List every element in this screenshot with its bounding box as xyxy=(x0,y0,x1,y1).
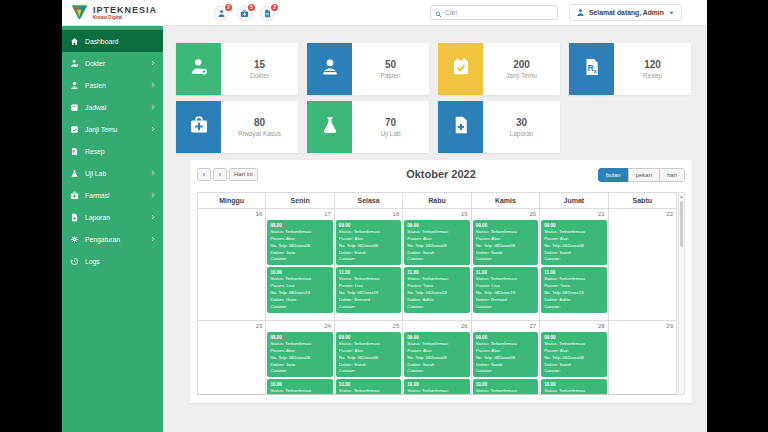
history-icon xyxy=(70,257,79,266)
search-input[interactable] xyxy=(445,9,553,16)
notification-button-user-icon[interactable]: 2 xyxy=(214,6,229,21)
calendar-date-number: 29 xyxy=(610,322,675,332)
calendar-event-line: Catatan: xyxy=(407,368,466,375)
stat-card-icon-box xyxy=(307,101,352,153)
sidebar-item-uji-lab[interactable]: Uji Lab xyxy=(62,162,163,184)
calendar-day-cell[interactable]: 16 xyxy=(198,209,266,321)
stat-card-laporan[interactable]: 30Laporan xyxy=(438,101,560,153)
calendar-date-number: 24 xyxy=(267,322,332,332)
calendar-event[interactable]: 10.00Status: Terkonfirmasi xyxy=(404,379,469,395)
sidebar-item-resep[interactable]: RxResep xyxy=(62,140,163,162)
stat-card-dokter[interactable]: 15Dokter xyxy=(176,43,298,95)
calendar-event-line: Status: Terkonfirmasi xyxy=(476,388,535,395)
calendar-event[interactable]: 09.00Status: TerkonfirmasiPasien: AlanNo… xyxy=(336,220,401,265)
calendar-event[interactable]: 09.00Status: TerkonfirmasiPasien: AlanNo… xyxy=(404,332,469,377)
chevron-right-icon xyxy=(150,170,156,176)
stat-card-icon-box xyxy=(176,43,221,95)
sidebar-item-janji-temu[interactable]: Janji Temu xyxy=(62,118,163,140)
calendar-event[interactable]: 09.00Status: TerkonfirmasiPasien: AlanNo… xyxy=(541,332,606,377)
calendar-event[interactable]: 10.00Status: Terkonfirmasi xyxy=(267,379,332,395)
calendar-event-line: No. Telp: 082xxxx08 xyxy=(270,355,329,362)
brand-logo[interactable]: IPTEKNESIA Kreasi Digital xyxy=(70,3,157,22)
calendar-event[interactable]: 10.00Status: Terkonfirmasi xyxy=(336,379,401,395)
stat-card-uji-lab[interactable]: 70Uji Lab xyxy=(307,101,429,153)
calendar-day-cell[interactable]: 2609.00Status: TerkonfirmasiPasien: Alan… xyxy=(403,321,471,395)
calendar-event[interactable]: 09.00Status: TerkonfirmasiPasien: AlanNo… xyxy=(473,332,538,377)
calendar-event[interactable]: 08.00Status: TerkonfirmasiPasien: AlanNo… xyxy=(267,220,332,265)
calendar-scrollbar[interactable]: ▲ xyxy=(678,192,685,395)
calendar-event-line: Pasien: Alan xyxy=(476,236,535,243)
stat-label: Janji Temu xyxy=(506,72,537,79)
calendar-day-cell[interactable]: 2709.00Status: TerkonfirmasiPasien: Alan… xyxy=(472,321,540,395)
calendar-event-line: No. Telp: 082xxxx08 xyxy=(544,243,603,250)
calendar-event-line: No. Telp: 082xxxx08 xyxy=(544,355,603,362)
sidebar-item-logs[interactable]: Logs xyxy=(62,250,163,272)
notification-badge: 2 xyxy=(271,4,278,11)
calendar-event[interactable]: 11.00Status: TerkonfirmasiPasien: LisaNo… xyxy=(473,267,538,312)
calendar-day-cell[interactable]: 2809.00Status: TerkonfirmasiPasien: Alan… xyxy=(540,321,608,395)
calendar-event-line: No. Telp: 082xxxx08 xyxy=(476,355,535,362)
calendar-event[interactable]: 10.00Status: Terkonfirmasi xyxy=(541,379,606,395)
calendar-view-bulan[interactable]: bulan xyxy=(598,168,629,182)
chevron-right-icon xyxy=(150,214,156,220)
notification-button-file-icon[interactable]: 2 xyxy=(260,6,275,21)
calendar-view-pekan[interactable]: pekan xyxy=(628,168,660,182)
stat-value: 120 xyxy=(644,59,661,70)
doctor-icon xyxy=(189,57,209,77)
chevron-right-icon xyxy=(150,192,156,198)
calendar-event-time: 08.00 xyxy=(270,222,329,229)
sidebar-item-jadwal[interactable]: Jadwal xyxy=(62,96,163,118)
calendar-event-time: 09.00 xyxy=(544,334,603,341)
scrollbar-thumb[interactable] xyxy=(680,201,683,247)
sidebar-item-dashboard[interactable]: Dashboard xyxy=(62,30,163,52)
calendar-event[interactable]: 11.00Status: TerkonfirmasiPasien: LisaNo… xyxy=(336,267,401,312)
calendar-day-cell[interactable]: 2509.00Status: TerkonfirmasiPasien: Alan… xyxy=(335,321,403,395)
calendar-day-cell[interactable]: 1809.00Status: TerkonfirmasiPasien: Alan… xyxy=(335,209,403,321)
calendar-view-hari[interactable]: hari xyxy=(659,168,685,182)
stat-card-resep[interactable]: Rx120Resep xyxy=(569,43,691,95)
sidebar-item-label: Uji Lab xyxy=(85,170,106,177)
calendar-day-cell[interactable]: 1708.00Status: TerkonfirmasiPasien: Alan… xyxy=(266,209,334,321)
calendar-event[interactable]: 08.00Status: TerkonfirmasiPasien: AlanNo… xyxy=(267,332,332,377)
calendar-event[interactable]: 11.00Status: TerkonfirmasiPasien: YanaNo… xyxy=(541,267,606,312)
search-box[interactable] xyxy=(430,5,558,20)
top-header: IPTEKNESIA Kreasi Digital 252 Selamat da… xyxy=(62,0,707,26)
stat-card-pasien[interactable]: 50Pasien xyxy=(307,43,429,95)
calendar-event[interactable]: 10.00Status: Terkonfirmasi xyxy=(473,379,538,395)
calendar-event-line: Status: Terkonfirmasi xyxy=(270,341,329,348)
stat-label: Dokter xyxy=(250,72,269,79)
stat-card-riwayat-kasus[interactable]: 80Riwayat Kasus xyxy=(176,101,298,153)
sidebar-item-label: Laporan xyxy=(85,214,110,221)
calendar-event[interactable]: 10.00Status: TerkonfirmasiPasien: LisaNo… xyxy=(267,267,332,312)
calendar-event-line: Dokter: Sarah xyxy=(407,362,466,369)
user-menu[interactable]: Selamat datang, Admin xyxy=(569,4,682,21)
calendar-day-cell[interactable]: 29 xyxy=(609,321,677,395)
sidebar-item-laporan[interactable]: Laporan xyxy=(62,206,163,228)
stat-value: 15 xyxy=(254,59,265,70)
calendar-event[interactable]: 09.00Status: TerkonfirmasiPasien: AlanNo… xyxy=(404,220,469,265)
calendar-day-cell[interactable]: 1909.00Status: TerkonfirmasiPasien: Alan… xyxy=(403,209,471,321)
calendar-day-cell[interactable]: 23 xyxy=(198,321,266,395)
calendar-event[interactable]: 11.00Status: TerkonfirmasiPasien: YanaNo… xyxy=(404,267,469,312)
sidebar-item-pasien[interactable]: Pasien xyxy=(62,74,163,96)
sidebar-item-dokter[interactable]: Dokter xyxy=(62,52,163,74)
calendar-event[interactable]: 09.00Status: TerkonfirmasiPasien: AlanNo… xyxy=(541,220,606,265)
stat-card-text: 50Pasien xyxy=(352,43,429,95)
calendar-event[interactable]: 09.00Status: TerkonfirmasiPasien: AlanNo… xyxy=(473,220,538,265)
calendar-event-time: 09.00 xyxy=(339,222,398,229)
sidebar-item-label: Logs xyxy=(85,258,100,265)
stat-card-janji-temu[interactable]: 200Janji Temu xyxy=(438,43,560,95)
calendar-event-line: Dokter: Bernard xyxy=(339,297,398,304)
scrollbar-up-arrow[interactable]: ▲ xyxy=(679,193,684,201)
calendar-day-cell[interactable]: 2408.00Status: TerkonfirmasiPasien: Alan… xyxy=(266,321,334,395)
calendar-event-line: Dokter: Gana xyxy=(270,297,329,304)
sidebar-item-pengaturan[interactable]: Pengaturan xyxy=(62,228,163,250)
sidebar: DashboardDokterPasienJadwalJanji TemuRxR… xyxy=(62,26,163,432)
calendar-day-cell[interactable]: 22 xyxy=(609,209,677,321)
notification-button-medkit-icon[interactable]: 5 xyxy=(237,6,252,21)
calendar-event[interactable]: 09.00Status: TerkonfirmasiPasien: AlanNo… xyxy=(336,332,401,377)
calendar-event-line: Status: Terkonfirmasi xyxy=(544,341,603,348)
calendar-day-cell[interactable]: 2109.00Status: TerkonfirmasiPasien: Alan… xyxy=(540,209,608,321)
sidebar-item-farmasi[interactable]: Farmasi xyxy=(62,184,163,206)
calendar-day-cell[interactable]: 2009.00Status: TerkonfirmasiPasien: Alan… xyxy=(472,209,540,321)
